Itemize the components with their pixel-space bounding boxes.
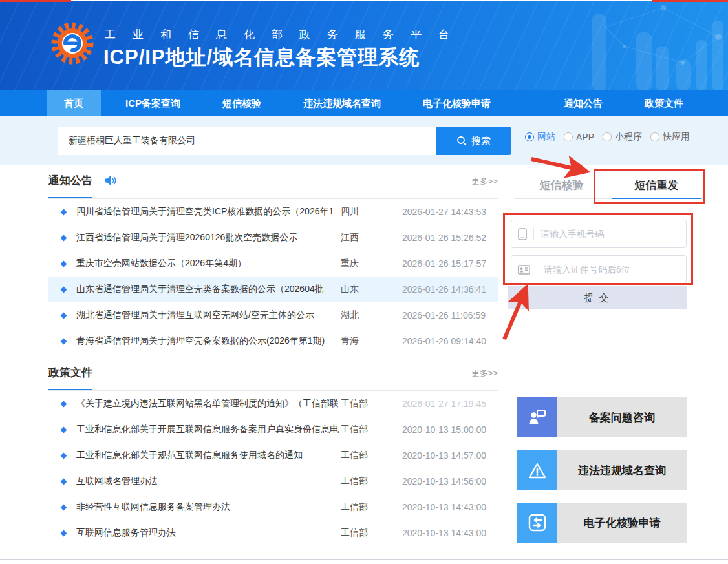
icp-portal-page: 工业和信息化部政务服务平台 ICP/IP地址/域名信息备案管理系统 首页 ICP… xyxy=(0,0,728,564)
radio-dot-icon xyxy=(603,132,612,141)
policy-time: 2020-10-13 14:57:00 xyxy=(402,450,498,461)
bullet-icon xyxy=(61,478,67,485)
nav-item-policies[interactable]: 政策文件 xyxy=(627,90,701,116)
policy-link[interactable]: 《关于建立境内违法互联网站黑名单管理制度的通知》（工信部联 xyxy=(76,398,341,410)
notice-link[interactable]: 山东省通信管理局关于清理空壳类备案数据的公示（202604批 xyxy=(76,284,341,295)
radio-website-label: 网站 xyxy=(537,131,555,143)
policies-title: 政策文件 xyxy=(48,365,92,390)
bullet-icon xyxy=(61,286,67,293)
radio-app[interactable]: APP xyxy=(564,132,594,142)
notice-link[interactable]: 湖北省通信管理局关于清理互联网空壳网站/空壳主体的公示 xyxy=(76,309,341,321)
radio-dot-icon xyxy=(525,132,534,141)
notice-region: 青海 xyxy=(341,335,402,347)
policy-source: 工信部 xyxy=(341,501,402,513)
policy-time: 2026-01-27 17:19:45 xyxy=(402,399,498,409)
radio-dot-icon xyxy=(564,132,573,141)
speaker-icon xyxy=(104,175,117,186)
certificate-field[interactable] xyxy=(511,255,687,284)
header-subtitle: 工业和信息化部政务服务平台 xyxy=(105,27,466,42)
main-navbar: 首页 ICP备案查询 短信核验 违法违规域名查询 电子化核验申请 通知公告 政策… xyxy=(0,90,728,116)
notice-region: 重庆 xyxy=(341,258,402,269)
header-banner: 工业和信息化部政务服务平台 ICP/IP地址/域名信息备案管理系统 xyxy=(0,1,728,90)
annotation-top-left-line xyxy=(0,0,71,2)
city-skyline-decoration xyxy=(586,1,728,90)
policy-source: 工信部 xyxy=(341,527,402,539)
id-card-icon xyxy=(518,265,530,275)
main-content-left: 通知公告 更多>> 四川省通信管理局关于清理空壳类ICP核准数据的公示（2026… xyxy=(48,173,498,546)
policy-link[interactable]: 工业和信息化部关于开展互联网信息服务备案用户真实身份信息电 xyxy=(76,424,341,435)
policy-row[interactable]: 互联网信息服务管理办法 工信部 2020-10-13 14:43:00 xyxy=(48,520,498,546)
person-chat-icon xyxy=(517,397,557,437)
bullet-icon xyxy=(61,260,67,267)
radio-miniprogram[interactable]: 小程序 xyxy=(603,131,642,143)
nav-item-illegal-domain-query[interactable]: 违法违规域名查询 xyxy=(286,90,398,116)
search-input[interactable] xyxy=(58,127,436,155)
policy-link[interactable]: 非经营性互联网信息服务备案管理办法 xyxy=(76,501,341,513)
policy-row[interactable]: 工业和信息化部关于开展互联网信息服务备案用户真实身份信息电 工信部 2020-1… xyxy=(48,417,498,443)
input-divider xyxy=(533,227,534,240)
electronic-verify-apply-card[interactable]: 电子化核验申请 xyxy=(517,503,687,543)
notice-row[interactable]: 重庆市空壳网站数据公示（2026年第4期） 重庆 2026-01-26 15:1… xyxy=(48,251,498,277)
policy-time: 2020-10-13 14:56:00 xyxy=(402,476,498,486)
page-title: ICP/IP地址/域名信息备案管理系统 xyxy=(103,44,420,71)
submit-button[interactable]: 提 交 xyxy=(508,286,687,309)
notice-row[interactable]: 青海省通信管理局关于清理空壳备案数据的公示(2026年第1期) 青海 2026-… xyxy=(48,328,498,354)
notice-link[interactable]: 青海省通信管理局关于清理空壳备案数据的公示(2026年第1期) xyxy=(76,335,341,347)
policy-row[interactable]: 《关于建立境内违法互联网站黑名单管理制度的通知》（工信部联 工信部 2026-0… xyxy=(48,391,498,417)
certificate-input[interactable] xyxy=(544,264,680,275)
policy-link[interactable]: 互联网信息服务管理办法 xyxy=(76,527,341,539)
notice-region: 江西 xyxy=(341,232,402,244)
nav-item-icp-query[interactable]: ICP备案查询 xyxy=(108,90,198,116)
search-button[interactable]: 搜索 xyxy=(436,127,511,155)
filing-question-consult-card[interactable]: 备案问题咨询 xyxy=(517,397,687,437)
radio-miniprogram-label: 小程序 xyxy=(615,131,642,143)
bullet-icon xyxy=(61,338,67,344)
tab-sms-verify[interactable]: 短信核验 xyxy=(514,173,609,198)
radio-website[interactable]: 网站 xyxy=(525,131,555,143)
phone-number-field[interactable] xyxy=(511,220,687,248)
nav-item-electronic-verify[interactable]: 电子化核验申请 xyxy=(405,90,508,116)
notice-time: 2026-01-27 14:43:53 xyxy=(402,207,498,217)
policy-link[interactable]: 互联网域名管理办法 xyxy=(76,475,341,487)
radio-quickapp-label: 快应用 xyxy=(663,131,690,143)
bullet-icon xyxy=(61,235,67,241)
notice-link[interactable]: 四川省通信管理局关于清理空壳类ICP核准数据的公示（2026年1 xyxy=(76,206,341,218)
notice-row-highlighted[interactable]: 山东省通信管理局关于清理空壳类备案数据的公示（202604批 山东 2026-0… xyxy=(48,277,498,302)
nav-item-notices[interactable]: 通知公告 xyxy=(546,90,620,116)
illegal-domain-query-card[interactable]: 违法违规域名查询 xyxy=(517,450,687,490)
phone-number-input[interactable] xyxy=(541,229,680,239)
tab-sms-resend[interactable]: 短信重发 xyxy=(609,173,704,198)
radio-app-label: APP xyxy=(576,132,594,142)
search-type-radio-group: 网站 APP 小程序 快应用 xyxy=(525,131,690,143)
nav-item-home[interactable]: 首页 xyxy=(47,90,101,116)
policy-row[interactable]: 非经营性互联网信息服务备案管理办法 工信部 2020-10-13 14:43:0… xyxy=(48,494,498,520)
bottom-divider xyxy=(0,559,728,560)
radio-dot-icon xyxy=(650,132,659,141)
bullet-icon xyxy=(61,312,67,319)
policies-more-link[interactable]: 更多>> xyxy=(471,365,498,379)
transfer-arrows-icon xyxy=(517,503,557,543)
radio-quickapp[interactable]: 快应用 xyxy=(650,131,690,143)
notices-header: 通知公告 更多>> xyxy=(48,173,498,199)
notice-time: 2026-01-26 11:06:59 xyxy=(402,310,498,320)
policies-section: 政策文件 更多>> 《关于建立境内违法互联网站黑名单管理制度的通知》（工信部联 … xyxy=(48,365,498,546)
nav-item-sms-verify[interactable]: 短信核验 xyxy=(205,90,279,116)
notice-row[interactable]: 江西省通信管理局关于清理20260126批次空壳数据公示 江西 2026-01-… xyxy=(48,225,498,251)
notice-row[interactable]: 湖北省通信管理局关于清理互联网空壳网站/空壳主体的公示 湖北 2026-01-2… xyxy=(48,302,498,328)
policy-row[interactable]: 工业和信息化部关于规范互联网信息服务使用域名的通知 工信部 2020-10-13… xyxy=(48,443,498,468)
bullet-icon xyxy=(61,452,67,459)
phone-icon xyxy=(518,228,527,240)
illegal-domain-query-label: 违法违规域名查询 xyxy=(557,450,687,490)
policy-link[interactable]: 工业和信息化部关于规范互联网信息服务使用域名的通知 xyxy=(76,450,341,461)
search-icon xyxy=(456,136,467,146)
notice-row[interactable]: 四川省通信管理局关于清理空壳类ICP核准数据的公示（2026年1 四川 2026… xyxy=(48,199,498,225)
bullet-icon xyxy=(61,530,67,536)
bullet-icon xyxy=(61,504,67,510)
notices-more-link[interactable]: 更多>> xyxy=(471,173,498,187)
policy-time: 2020-10-13 14:43:00 xyxy=(402,502,498,512)
electronic-verify-apply-label: 电子化核验申请 xyxy=(557,503,687,543)
notice-link[interactable]: 重庆市空壳网站数据公示（2026年第4期） xyxy=(76,258,341,269)
annotation-top-right-line xyxy=(652,0,728,2)
notice-link[interactable]: 江西省通信管理局关于清理20260126批次空壳数据公示 xyxy=(76,232,341,244)
policy-row[interactable]: 互联网域名管理办法 工信部 2020-10-13 14:56:00 xyxy=(48,468,498,494)
